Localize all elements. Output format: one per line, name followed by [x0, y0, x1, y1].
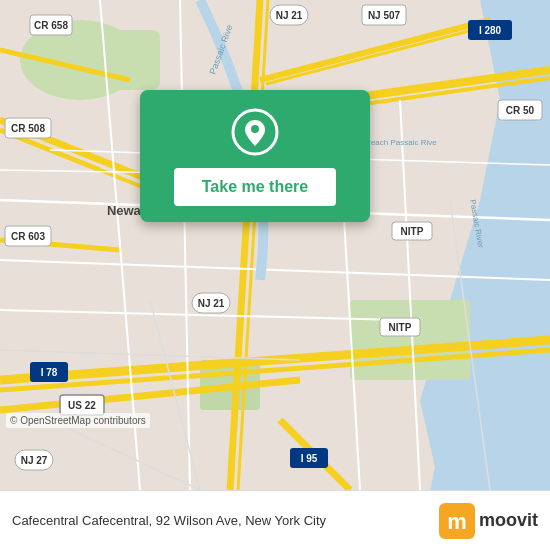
svg-text:US 22: US 22 [68, 400, 96, 411]
map-container: CR 658 NJ 21 NJ 507 I 280 CR 508 CR 603 … [0, 0, 550, 490]
svg-point-69 [251, 125, 259, 133]
moovit-label: moovit [479, 510, 538, 531]
location-pin-icon [231, 108, 279, 156]
svg-text:CR 658: CR 658 [34, 20, 68, 31]
svg-text:CR 50: CR 50 [506, 105, 535, 116]
svg-rect-4 [60, 30, 160, 90]
bottom-bar: Cafecentral Cafecentral, 92 Wilson Ave, … [0, 490, 550, 550]
svg-text:m: m [447, 509, 467, 534]
svg-text:CR 603: CR 603 [11, 231, 45, 242]
svg-text:NITP: NITP [389, 322, 412, 333]
moovit-logo: m moovit [439, 503, 538, 539]
copyright-text: © OpenStreetMap contributors [6, 413, 150, 428]
svg-text:NJ 507: NJ 507 [368, 10, 401, 21]
svg-text:NITP: NITP [401, 226, 424, 237]
take-me-there-button[interactable]: Take me there [174, 168, 336, 206]
svg-text:NJ 21: NJ 21 [276, 10, 303, 21]
moovit-logo-icon: m [439, 503, 475, 539]
svg-text:NJ 27: NJ 27 [21, 455, 48, 466]
svg-text:NJ 21: NJ 21 [198, 298, 225, 309]
address-text: Cafecentral Cafecentral, 92 Wilson Ave, … [12, 513, 439, 528]
svg-text:CR 508: CR 508 [11, 123, 45, 134]
svg-text:I 95: I 95 [301, 453, 318, 464]
svg-text:I 280: I 280 [479, 25, 502, 36]
svg-text:I 78: I 78 [41, 367, 58, 378]
navigation-card: Take me there [140, 90, 370, 222]
